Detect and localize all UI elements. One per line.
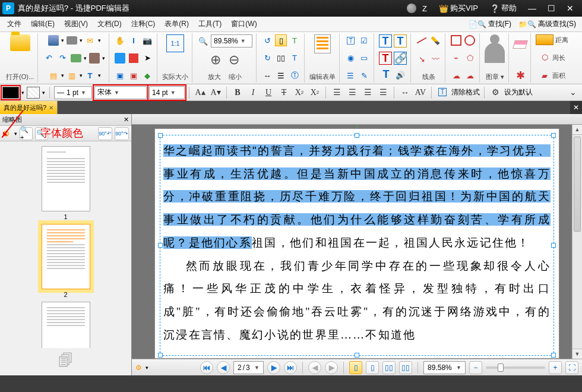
font-size-combo[interactable]: 14 pt▼ xyxy=(149,86,185,99)
circle-icon[interactable] xyxy=(464,34,476,46)
zoom-out-icon[interactable]: ⊖ xyxy=(226,52,242,68)
polygon-icon[interactable]: ⬠ xyxy=(464,52,476,64)
single-page-icon[interactable]: ▯ xyxy=(275,34,287,46)
menu-tool[interactable]: 工具(T) xyxy=(194,17,226,31)
strike-button[interactable]: T xyxy=(277,86,290,99)
thumb-3[interactable]: 3 xyxy=(14,302,117,348)
panel-close-icon[interactable]: ✕ xyxy=(124,116,129,124)
maximize-button[interactable]: ☐ xyxy=(542,0,561,17)
paragraph-1[interactable]: 华之崛起而读书"的誓言，并努力践行着；钱学森在海外，学习优异、事业有成，生活优越… xyxy=(163,140,551,255)
eraser-icon[interactable] xyxy=(513,40,528,49)
format-chevron[interactable]: ⌄ xyxy=(567,86,580,99)
area-icon[interactable]: ▰ xyxy=(539,69,551,81)
t-icon[interactable]: T xyxy=(84,69,96,81)
globe-icon[interactable] xyxy=(407,4,416,13)
two-page-icon[interactable]: ▯▯ xyxy=(275,52,287,64)
rotate-left-icon[interactable]: ↺ xyxy=(261,34,273,46)
two-cont-view-button[interactable]: ▯▯ xyxy=(399,361,412,374)
text-link-icon[interactable]: 🔗 xyxy=(394,52,407,65)
page-icon[interactable]: ▤ xyxy=(48,69,59,81)
align-right-button[interactable]: ☰ xyxy=(361,86,374,99)
adv-find-button[interactable]: 📁🔍高级查找(S) xyxy=(515,19,580,29)
radio-icon[interactable]: ◉ xyxy=(344,52,356,64)
distance-icon[interactable] xyxy=(536,34,553,45)
textfield-icon[interactable]: 🅃 xyxy=(344,34,356,46)
stamp-icon[interactable] xyxy=(485,43,505,63)
rect-icon[interactable] xyxy=(450,34,462,46)
grow-font-button[interactable]: A▴ xyxy=(194,86,207,99)
page-indicator[interactable]: 2 / 3 ▼ xyxy=(233,361,264,374)
italic-button[interactable]: I xyxy=(246,86,260,99)
undo-icon[interactable]: ↶ xyxy=(43,52,55,64)
tabs-close-button[interactable]: ✕ xyxy=(570,101,582,114)
zoom-in-icon[interactable]: ⊕ xyxy=(207,52,224,68)
tool-icon[interactable] xyxy=(88,52,100,64)
gear-icon[interactable]: ⚙ xyxy=(2,129,12,138)
sig-icon[interactable]: ✎ xyxy=(358,69,370,81)
list-icon[interactable]: ☰ xyxy=(344,69,356,81)
redo-icon[interactable]: ↷ xyxy=(56,52,68,64)
t2-icon[interactable]: T xyxy=(289,52,301,64)
hscale-button[interactable]: ↔ xyxy=(398,86,412,99)
bold-button[interactable]: B xyxy=(231,86,244,99)
menu-comment[interactable]: 注释(C) xyxy=(126,17,160,31)
cursor-icon[interactable]: ➤ xyxy=(141,52,153,64)
align-center-button[interactable]: ☰ xyxy=(346,86,359,99)
line-width-combo[interactable]: ― 1 pt▼ xyxy=(54,86,92,99)
vertical-scrollbar[interactable]: ▲▼ xyxy=(572,125,582,359)
prev-page-button[interactable]: ◀ xyxy=(217,361,230,374)
set-default-icon[interactable]: ⚙ xyxy=(489,86,502,99)
polyline-icon[interactable]: ⌁ xyxy=(450,52,462,64)
rotate-right-icon[interactable]: ↻ xyxy=(261,52,273,64)
menu-form[interactable]: 表单(R) xyxy=(160,17,194,31)
hand-icon[interactable]: ✋ xyxy=(114,34,126,46)
page[interactable]: 华之崛起而读书"的誓言，并努力践行着；钱学森在海外，学习优异、事业有成，生活优越… xyxy=(154,128,559,359)
subscript-button[interactable]: X2 xyxy=(293,86,306,99)
zoom-page-icon[interactable]: 🔍 xyxy=(197,35,209,47)
star-icon[interactable]: ✱ xyxy=(514,69,526,81)
print-icon[interactable] xyxy=(66,34,78,46)
thumb-zoom-in[interactable]: 🔍+ xyxy=(20,127,33,140)
text-blue-icon[interactable]: T xyxy=(379,34,392,48)
t3-icon[interactable]: Ⓣ xyxy=(289,69,301,81)
columns-icon[interactable]: ▥ xyxy=(66,69,78,81)
paragraph-2[interactable]: 然而放眼现在，我们青少年同学中存在的一些现象却很令人心痛！一些风华正茂的中学生，… xyxy=(163,255,551,347)
snapshot-icon[interactable]: 📷 xyxy=(141,34,153,46)
text-box-icon[interactable]: T xyxy=(394,34,407,48)
save-icon[interactable] xyxy=(48,34,59,46)
clear-format-label[interactable]: 清除格式 xyxy=(451,87,480,97)
spacing-button[interactable]: AV xyxy=(414,86,427,99)
erase-line-icon[interactable]: 〰 xyxy=(429,53,441,65)
single-view-button[interactable]: ▯ xyxy=(349,361,362,374)
cloud-icon[interactable]: ☁ xyxy=(450,69,462,81)
underline-button[interactable]: U xyxy=(262,86,275,99)
actual-size-icon[interactable]: 1:1 xyxy=(166,34,184,52)
cloud2-icon[interactable]: ☁ xyxy=(464,69,476,81)
set-default-label[interactable]: 设为默认 xyxy=(504,87,533,97)
help-button[interactable]: ❔ 帮助 xyxy=(484,3,523,14)
edit-form-icon[interactable] xyxy=(314,34,331,53)
clear-format-icon[interactable]: 🅃 xyxy=(436,86,449,99)
menu-window[interactable]: 窗口(W) xyxy=(226,17,261,31)
text-color-picker[interactable] xyxy=(2,87,19,99)
menu-view[interactable]: 视图(V) xyxy=(59,17,93,31)
checkbox-icon[interactable]: ☑ xyxy=(358,34,370,46)
zoom-in-button[interactable]: + xyxy=(549,361,562,374)
mail-icon[interactable]: ✉ xyxy=(84,34,96,46)
text-mark-icon[interactable]: T xyxy=(289,34,301,46)
first-page-button[interactable]: ⏮ xyxy=(200,361,213,374)
close-button[interactable]: ✕ xyxy=(561,0,580,17)
perimeter-icon[interactable]: ⬡ xyxy=(539,52,551,64)
text-red-icon[interactable]: T xyxy=(379,52,392,65)
align-justify-button[interactable]: ☰ xyxy=(377,86,390,99)
fwd-button[interactable]: ▶ xyxy=(325,361,338,374)
arrow-icon[interactable]: ↘ xyxy=(416,53,428,65)
fill-color-picker[interactable] xyxy=(27,87,40,99)
menu-edit[interactable]: 编辑(E) xyxy=(26,17,59,31)
thumb-rotate-left[interactable]: 90°↶ xyxy=(98,127,112,140)
zoom-indicator[interactable]: 89.58% ▼ xyxy=(423,361,466,374)
crop-icon[interactable] xyxy=(114,52,126,64)
last-page-button[interactable]: ⏭ xyxy=(284,361,297,374)
thumbnails-list[interactable]: 1 2 3 xyxy=(0,141,131,348)
menu-file[interactable]: 文件 xyxy=(2,17,26,31)
